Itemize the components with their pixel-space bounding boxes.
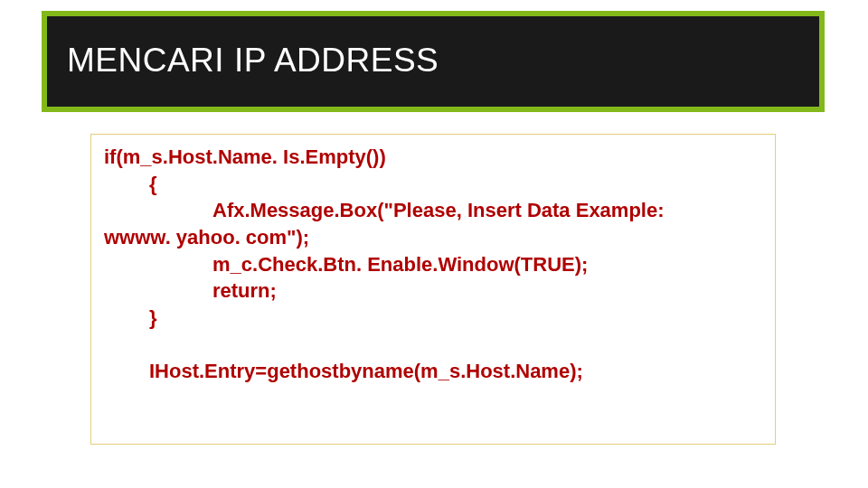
- code-line: m_c.Check.Btn. Enable.Window(TRUE);: [104, 251, 762, 278]
- code-line: {: [104, 171, 762, 198]
- code-line: return;: [104, 277, 762, 305]
- code-line: Afx.Message.Box("Please, Insert Data Exa…: [104, 197, 762, 224]
- code-line: if(m_s.Host.Name. Is.Empty()): [104, 144, 762, 171]
- code-block: if(m_s.Host.Name. Is.Empty()) { Afx.Mess…: [90, 134, 776, 445]
- code-line: wwww. yahoo. com");: [104, 224, 762, 251]
- title-band: MENCARI IP ADDRESS: [42, 11, 825, 112]
- slide-title: MENCARI IP ADDRESS: [47, 16, 819, 80]
- blank-line: [104, 332, 762, 358]
- code-line: IHost.Entry=gethostbyname(m_s.Host.Name)…: [104, 358, 762, 385]
- code-line: }: [104, 305, 762, 332]
